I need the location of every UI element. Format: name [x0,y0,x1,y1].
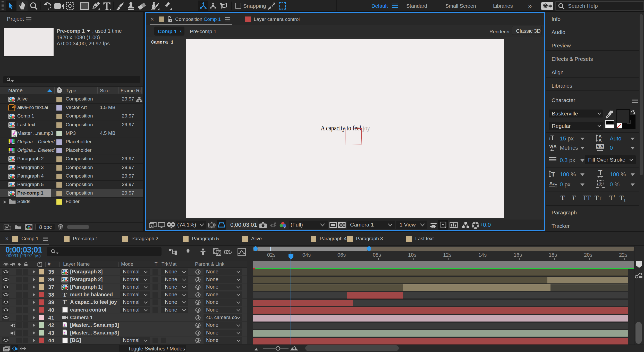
svg-text:A: A [553,144,557,149]
svg-text:A: A [600,144,604,149]
svg-text:あ: あ [598,181,603,186]
svg-text:a: a [553,181,556,186]
svg-text:A: A [598,138,601,142]
svg-text:MP3: MP3 [63,326,66,328]
svg-text:V: V [597,144,599,149]
svg-text:V: V [549,144,552,149]
svg-text:T: T [551,171,555,178]
svg-text:T: T [598,170,602,176]
svg-text:MP3: MP3 [63,334,66,335]
svg-text:MP3: MP3 [13,135,16,137]
svg-text:A: A [549,181,553,186]
